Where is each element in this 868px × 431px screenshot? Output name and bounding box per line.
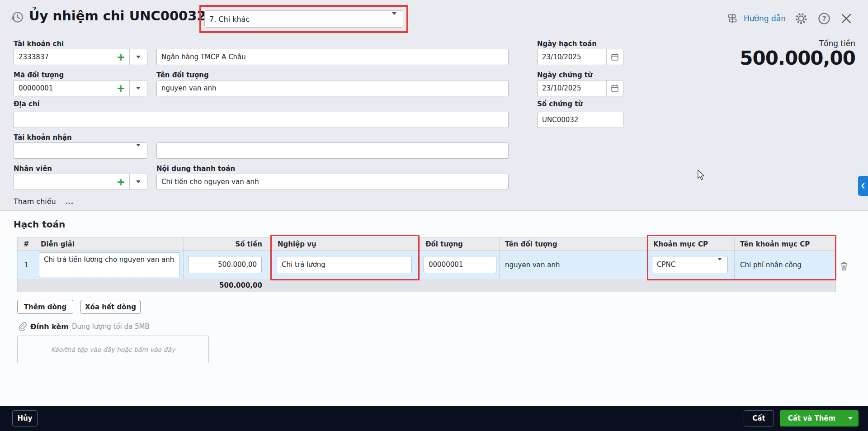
chevron-down-icon: [392, 12, 396, 23]
help-icon[interactable]: ?: [817, 12, 831, 25]
noi-dung-thanh-toan-input[interactable]: Chi tiền cho nguyen van anh: [156, 174, 509, 190]
save-options-dropdown[interactable]: [842, 417, 859, 420]
sidebar-expand-tab[interactable]: [858, 176, 868, 196]
bank-name-input[interactable]: Ngân hàng TMCP Á Châu: [156, 49, 509, 65]
label-nhan-vien: Nhân viên: [14, 165, 52, 173]
nhan-vien-dropdown[interactable]: [129, 174, 147, 189]
nhan-vien-combo[interactable]: +: [14, 174, 147, 190]
label-tham-chieu: Tham chiếu: [14, 197, 56, 206]
label-noi-dung-thanh-toan: Nội dung thanh toán: [156, 165, 235, 173]
label-ngay-chung-tu: Ngày chứng từ: [537, 71, 593, 79]
tai-khoan-chi-value[interactable]: 2333837: [14, 53, 113, 61]
delete-row-icon[interactable]: [839, 260, 849, 271]
doc-type-value: 7. Chi khác: [205, 15, 386, 24]
tai-khoan-nhan-name-input[interactable]: [156, 142, 509, 159]
col-header-index[interactable]: #: [18, 237, 35, 251]
label-ngay-hach-toan: Ngày hạch toán: [537, 40, 597, 48]
col-header-so-tien[interactable]: Số tiền: [183, 237, 272, 251]
attachment-dropzone[interactable]: Kéo/thả tệp vào đây hoặc bấm vào đây: [17, 336, 209, 363]
footer-bar: Hủy Cất Cất và Thêm: [0, 406, 868, 431]
label-ma-doi-tuong: Mã đối tượng: [14, 71, 64, 79]
cell-nghiep-vu-input[interactable]: Chi trả lương: [277, 256, 412, 273]
cell-so-tien-input[interactable]: 500.000,00: [188, 256, 262, 273]
so-chung-tu-input[interactable]: UNC00032: [537, 112, 623, 128]
ten-doi-tuong-input[interactable]: nguyen van anh: [156, 80, 509, 96]
chevron-down-icon: [848, 417, 853, 420]
guide-signpost-icon[interactable]: [725, 12, 739, 25]
grid-header-row: # Diễn giải Số tiền Nghiệp vụ Đối tượng …: [17, 237, 836, 251]
doc-type-select[interactable]: 7. Chi khác: [204, 10, 403, 28]
ma-doi-tuong-dropdown[interactable]: [129, 81, 147, 96]
cell-dien-giai-input[interactable]: Chi trả tiền lương cho nguyen van anh: [39, 252, 180, 277]
chevron-down-icon: [136, 144, 141, 155]
label-so-chung-tu: Số chứng từ: [537, 100, 583, 108]
total-amount-label: Tổng tiền: [819, 39, 855, 48]
dia-chi-input[interactable]: [14, 112, 509, 128]
history-icon[interactable]: [9, 9, 25, 25]
grid-total-row: 500.000,00: [17, 279, 836, 292]
calendar-icon[interactable]: [606, 49, 623, 65]
cancel-button[interactable]: Hủy: [12, 410, 38, 426]
grid-total-value: 500.000,00: [183, 279, 272, 292]
row-index: 1: [18, 251, 35, 279]
col-header-khoan-muc-cp[interactable]: Khoản mục CP: [647, 237, 734, 251]
total-amount-value: 500.000,00: [740, 47, 855, 69]
ngay-chung-tu-input[interactable]: 23/10/2025: [537, 80, 623, 96]
save-and-add-button[interactable]: Cất và Thêm: [780, 410, 859, 426]
save-button[interactable]: Cất: [744, 410, 774, 426]
col-header-dien-giai[interactable]: Diễn giải: [35, 237, 183, 251]
payment-order-window: Ủy nhiệm chi UNC00032 7. Chi khác Hướng …: [0, 0, 868, 431]
add-employee-icon[interactable]: +: [113, 177, 129, 187]
tai-khoan-chi-dropdown[interactable]: [129, 49, 147, 65]
grid-section-title: Hạch toán: [14, 219, 65, 230]
gear-icon[interactable]: [794, 12, 808, 25]
clear-rows-button[interactable]: Xóa hết dòng: [80, 300, 141, 314]
attachment-hint: Dung lượng tối đa 5MB: [72, 322, 150, 331]
dropzone-text: Kéo/thả tệp vào đây hoặc bấm vào đây: [51, 346, 175, 353]
cell-ten-khoan-muc-cp: Chi phí nhân công: [734, 251, 836, 279]
col-header-nghiep-vu[interactable]: Nghiệp vụ: [272, 237, 420, 251]
tham-chieu-more-link[interactable]: ...: [65, 197, 73, 206]
col-header-doi-tuong[interactable]: Đối tượng: [420, 237, 499, 251]
mouse-cursor: [698, 170, 705, 182]
ma-doi-tuong-value[interactable]: 00000001: [14, 84, 113, 92]
label-dia-chi: Địa chỉ: [14, 100, 40, 108]
cell-doi-tuong-input[interactable]: 00000001: [424, 256, 496, 273]
chevron-down-icon: [136, 180, 141, 183]
svg-text:?: ?: [822, 15, 826, 23]
paperclip-icon: [17, 321, 28, 332]
save-and-add-label: Cất và Thêm: [780, 414, 842, 422]
add-row-button[interactable]: Thêm dòng: [17, 300, 73, 314]
add-account-icon[interactable]: +: [113, 52, 129, 62]
cell-ten-doi-tuong: nguyen van anh: [499, 251, 647, 279]
tai-khoan-chi-combo[interactable]: 2333837 +: [14, 49, 147, 65]
ngay-hach-toan-input[interactable]: 23/10/2025: [537, 49, 623, 65]
ma-doi-tuong-combo[interactable]: 00000001 +: [14, 80, 147, 96]
col-header-ten-doi-tuong[interactable]: Tên đối tượng: [499, 237, 647, 251]
label-tai-khoan-chi: Tài khoản chi: [14, 40, 64, 48]
close-icon[interactable]: [839, 12, 854, 25]
tai-khoan-nhan-select[interactable]: [14, 142, 147, 159]
label-tai-khoan-nhan: Tài khoản nhận: [14, 133, 72, 142]
chevron-down-icon: [136, 56, 141, 58]
calendar-icon[interactable]: [606, 81, 623, 96]
col-header-ten-khoan-muc-cp[interactable]: Tên khoản mục CP: [734, 237, 836, 251]
page-title: Ủy nhiệm chi UNC00032: [29, 8, 206, 24]
chevron-down-icon: [136, 87, 141, 90]
label-ten-doi-tuong: Tên đối tượng: [156, 71, 209, 79]
attachment-label: Đính kèm: [30, 322, 69, 331]
help-guide-link[interactable]: Hướng dẫn: [744, 14, 786, 23]
chevron-down-icon: [717, 258, 722, 269]
add-partner-icon[interactable]: +: [113, 83, 129, 94]
cell-khoan-muc-cp-select[interactable]: CPNC: [652, 256, 728, 273]
